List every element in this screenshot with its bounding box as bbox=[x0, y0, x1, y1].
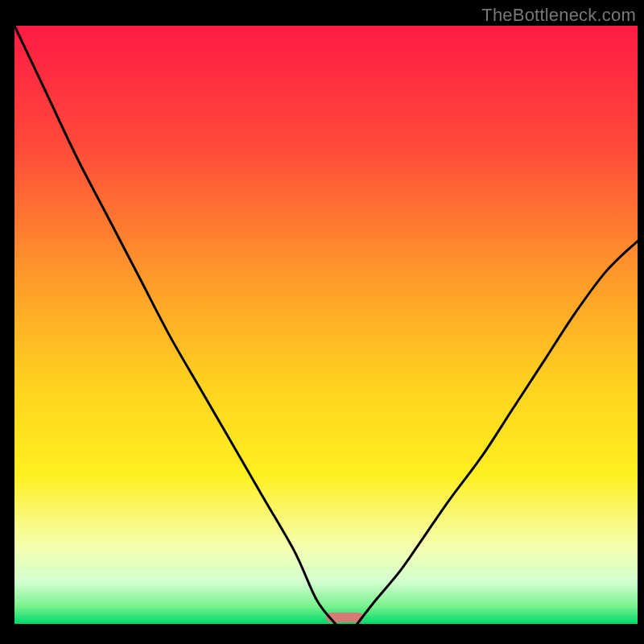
attribution-label: TheBottleneck.com bbox=[481, 5, 636, 26]
chart-container: TheBottleneck.com bbox=[0, 0, 644, 644]
chart-plot-area bbox=[14, 26, 638, 624]
bottleneck-chart bbox=[0, 0, 644, 644]
